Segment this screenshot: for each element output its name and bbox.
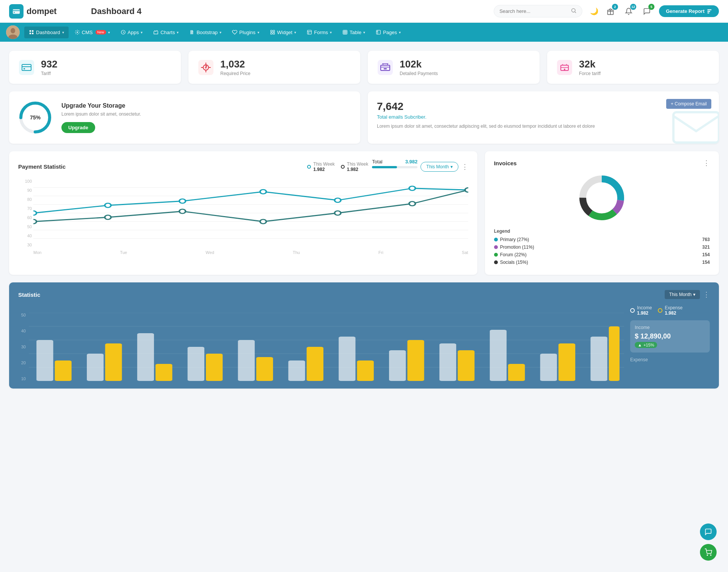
nav-item-cms[interactable]: CMS New ▾ (70, 27, 115, 38)
nav-item-charts[interactable]: Charts ▾ (149, 27, 183, 38)
income-box-title: Income (635, 325, 705, 330)
bell-icon-btn[interactable]: 12 (623, 5, 635, 17)
svg-rect-76 (339, 337, 355, 381)
svg-point-44 (334, 198, 340, 202)
page-title: Dashboard 4 (91, 6, 494, 16)
svg-rect-67 (105, 343, 122, 381)
required-price-icon (198, 59, 214, 76)
legend-row-forum: Forum (22%) 154 (494, 252, 710, 257)
apps-arrow: ▾ (141, 30, 143, 34)
search-input[interactable] (499, 8, 568, 14)
svg-rect-69 (155, 364, 172, 381)
svg-point-51 (334, 211, 340, 215)
svg-point-11 (77, 31, 78, 33)
user-avatar (6, 25, 20, 39)
legend-title: Legend (494, 229, 710, 234)
statistic-body: 5040302010 (18, 305, 710, 381)
search-icon[interactable] (571, 8, 577, 15)
invoices-menu-dots[interactable]: ⋮ (703, 159, 710, 167)
tariff-card: 932 Tariff (9, 51, 181, 84)
svg-rect-74 (288, 360, 305, 381)
line-chart-area: 10090807060504030 (18, 179, 468, 255)
progress-fill (372, 166, 397, 168)
svg-rect-65 (55, 360, 71, 381)
tariff-icon (18, 59, 35, 76)
nav-item-bootstrap[interactable]: Bootstrap ▾ (185, 27, 226, 38)
bootstrap-arrow: ▾ (220, 30, 221, 34)
svg-point-53 (465, 188, 468, 192)
legend-dot-promotion (494, 245, 498, 249)
legend-this-week-2: This Week 1.982 (347, 161, 368, 172)
legend-dot-primary (494, 238, 498, 241)
statistic-header: Statistic This Month ▾ ⋮ (18, 290, 710, 299)
payment-header: Payment Statistic This Week 1.982 (18, 159, 468, 174)
total-row: Total 3.982 (372, 159, 417, 165)
invoices-card: Invoices ⋮ Legend (485, 151, 719, 275)
bar-chart-container: 5040302010 (18, 305, 624, 381)
upgrade-button[interactable]: Upgrade (61, 122, 95, 133)
expense-legend: Expense 1.982 (658, 305, 682, 316)
line-chart-svg (33, 179, 468, 247)
statistic-filter-btn[interactable]: This Month ▾ (665, 290, 700, 299)
nav-item-apps[interactable]: Apps ▾ (116, 27, 147, 38)
nav-item-widget[interactable]: Widget ▾ (265, 27, 301, 38)
payment-menu-dots[interactable]: ⋮ (461, 163, 468, 171)
charts-arrow: ▾ (177, 30, 179, 34)
payment-card: Payment Statistic This Week 1.982 (9, 151, 477, 275)
svg-rect-15 (271, 33, 272, 34)
statistic-title: Statistic (18, 291, 40, 298)
nav-bar: Dashboard ▾ CMS New ▾ Apps ▾ Charts ▾ Bo… (0, 23, 728, 42)
statistic-card: Statistic This Month ▾ ⋮ 5040302010 (9, 282, 719, 389)
generate-report-button[interactable]: Generate Report (659, 5, 719, 17)
svg-rect-82 (490, 330, 507, 381)
svg-rect-85 (559, 343, 575, 381)
nav-item-dashboard[interactable]: Dashboard ▾ (24, 27, 69, 38)
legend-item-dark: This Week 1.982 (341, 161, 368, 172)
nav-item-table[interactable]: Table ▾ (338, 27, 370, 38)
svg-point-42 (179, 199, 185, 203)
svg-point-43 (260, 190, 266, 194)
statistic-menu-dots[interactable]: ⋮ (703, 290, 710, 299)
this-month-filter-btn[interactable]: This Month ▾ (420, 162, 458, 172)
nav-item-pages[interactable]: Pages ▾ (371, 27, 405, 38)
legend-count-socials: 154 (702, 260, 710, 265)
legend-dot-forum (494, 253, 498, 257)
nav-item-forms[interactable]: Forms ▾ (302, 27, 336, 38)
required-price-card: 1,032 Required Price (188, 51, 360, 84)
main-content: 932 Tariff 1,032 Required Price (0, 42, 728, 398)
middle-row: 75% Upgrade Your Storage Lorem ipsum dol… (9, 91, 719, 144)
svg-point-29 (564, 69, 565, 70)
svg-point-1 (14, 12, 15, 13)
legend-count-promotion: 321 (702, 244, 710, 250)
chat-badge: 5 (648, 4, 654, 10)
logo-text: dompet (27, 6, 56, 16)
payment-progress-bar (372, 166, 417, 168)
legend-label-socials: Socials (15%) (500, 260, 528, 265)
expense-legend-dot (658, 308, 662, 313)
svg-point-40 (33, 211, 36, 215)
gift-icon-btn[interactable]: 2 (604, 5, 617, 17)
svg-rect-18 (343, 30, 347, 34)
svg-rect-68 (137, 333, 154, 381)
payment-title: Payment Statistic (18, 163, 66, 170)
forms-arrow: ▾ (330, 30, 332, 34)
chat-icon-btn[interactable]: 5 (641, 5, 653, 17)
donut-chart-container (494, 173, 710, 223)
nav-item-plugins[interactable]: Plugins ▾ (228, 27, 264, 38)
required-price-info: 1,032 Required Price (220, 58, 250, 76)
stat-cards-row: 932 Tariff 1,032 Required Price (9, 51, 719, 84)
table-arrow: ▾ (363, 30, 365, 34)
svg-rect-77 (357, 360, 374, 381)
svg-point-50 (260, 219, 266, 224)
dark-mode-toggle[interactable]: 🌙 (590, 7, 598, 16)
legend-this-week-1: This Week 1.982 (313, 161, 334, 172)
svg-rect-72 (238, 340, 255, 381)
svg-rect-10 (32, 33, 33, 34)
svg-rect-86 (590, 337, 607, 381)
x-axis: MonTueWedThuFriSat (33, 250, 468, 255)
statistic-right-panel: Income 1.982 Expense 1.982 Income (630, 305, 710, 362)
invoices-title: Invoices (494, 160, 517, 166)
logo-icon (9, 4, 24, 19)
tariff-info: 932 Tariff (41, 58, 57, 76)
pages-arrow: ▾ (399, 30, 401, 34)
